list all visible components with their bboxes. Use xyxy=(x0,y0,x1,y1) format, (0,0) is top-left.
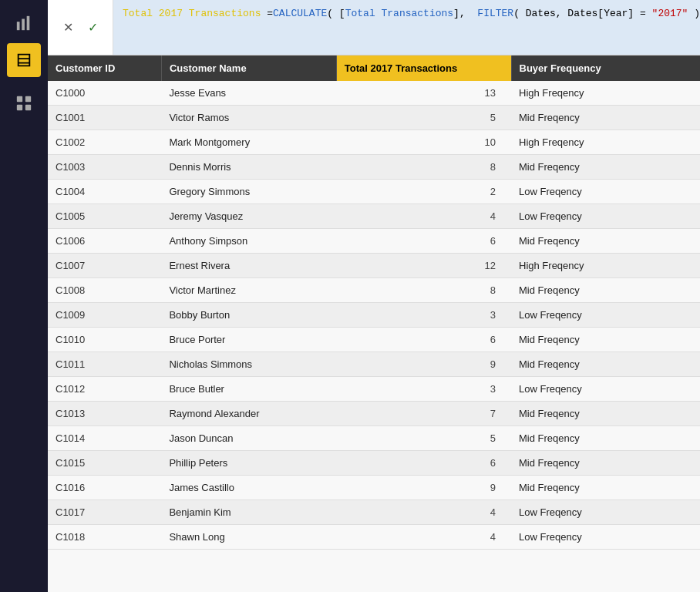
cell-buyer-frequency: Low Freqency xyxy=(511,377,700,402)
cell-customer-name: Bruce Porter xyxy=(161,328,336,352)
cell-customer-name: Dennis Morris xyxy=(161,155,336,180)
table-row: C1018Shawn Long4Low Freqency xyxy=(48,525,700,550)
table-row: C1017Benjamin Kim4Low Freqency xyxy=(48,500,700,525)
cell-buyer-frequency: High Freqency xyxy=(511,130,700,155)
cell-buyer-frequency: Low Freqency xyxy=(511,303,700,328)
cell-total-transactions: 4 xyxy=(336,204,511,229)
table-icon[interactable] xyxy=(7,43,41,77)
svg-rect-6 xyxy=(25,105,31,110)
cell-total-transactions: 6 xyxy=(336,328,511,352)
cell-customer-name: Jeremy Vasquez xyxy=(161,204,336,229)
cell-total-transactions: 3 xyxy=(336,303,511,328)
cell-customer-name: Bruce Butler xyxy=(161,377,336,402)
cell-buyer-frequency: Mid Freqency xyxy=(511,328,700,352)
bar-chart-icon[interactable] xyxy=(7,6,41,40)
cell-customer-name: James Castillo xyxy=(161,476,336,500)
cell-customer-name: Phillip Peters xyxy=(161,451,336,476)
cell-customer-id: C1005 xyxy=(48,204,161,229)
formula-paren2: ( Dates, Dates[Year] = xyxy=(513,6,651,22)
cell-total-transactions: 5 xyxy=(336,426,511,451)
cell-customer-name: Shawn Long xyxy=(161,525,336,550)
cell-customer-id: C1008 xyxy=(48,278,161,303)
cancel-button[interactable]: ✕ xyxy=(57,17,79,39)
svg-rect-1 xyxy=(22,19,25,31)
cell-customer-id: C1016 xyxy=(48,476,161,500)
cell-customer-name: Victor Ramos xyxy=(161,106,336,130)
cell-total-transactions: 3 xyxy=(336,377,511,402)
cell-total-transactions: 10 xyxy=(336,130,511,155)
cell-customer-id: C1017 xyxy=(48,500,161,525)
model-icon[interactable] xyxy=(7,86,41,120)
table-row: C1013Raymond Alexander7Mid Freqency xyxy=(48,402,700,426)
cell-customer-name: Raymond Alexander xyxy=(161,402,336,426)
table-row: C1001Victor Ramos5Mid Freqency xyxy=(48,106,700,130)
cell-total-transactions: 9 xyxy=(336,352,511,377)
formula-actions: ✕ ✓ xyxy=(48,0,113,55)
formula-equals: = xyxy=(261,6,273,22)
cell-buyer-frequency: Mid Freqency xyxy=(511,402,700,426)
cell-customer-name: Jason Duncan xyxy=(161,426,336,451)
table-row: C1009Bobby Burton3Low Freqency xyxy=(48,303,700,328)
table-row: C1000Jesse Evans13High Freqency xyxy=(48,81,700,106)
cell-customer-name: Victor Martinez xyxy=(161,278,336,303)
cell-total-transactions: 8 xyxy=(336,278,511,303)
formula-total-trans: Total Transactions xyxy=(345,6,453,22)
cell-buyer-frequency: Low Freqency xyxy=(511,525,700,550)
cell-total-transactions: 7 xyxy=(336,402,511,426)
table-header-row: Customer ID Customer Name Total 2017 Tra… xyxy=(48,56,700,81)
cell-buyer-frequency: Mid Freqency xyxy=(511,451,700,476)
table-row: C1012Bruce Butler3Low Freqency xyxy=(48,377,700,402)
formula-year-value: "2017" xyxy=(652,6,688,22)
cell-customer-name: Ernest Rivera xyxy=(161,254,336,278)
cell-buyer-frequency: High Freqency xyxy=(511,254,700,278)
confirm-button[interactable]: ✓ xyxy=(82,17,103,39)
cell-customer-id: C1000 xyxy=(48,81,161,106)
cell-total-transactions: 13 xyxy=(336,81,511,106)
col-header-customer-name: Customer Name xyxy=(161,56,336,81)
cell-customer-id: C1018 xyxy=(48,525,161,550)
cell-customer-id: C1015 xyxy=(48,451,161,476)
table-row: C1016James Castillo9Mid Freqency xyxy=(48,476,700,500)
cell-total-transactions: 2 xyxy=(336,180,511,204)
formula-bar: ✕ ✓ Total 2017 Transactions = CALCULATE(… xyxy=(48,0,700,56)
cell-buyer-frequency: Low Freqency xyxy=(511,180,700,204)
cell-total-transactions: 4 xyxy=(336,525,511,550)
formula-calculate: CALCULATE xyxy=(273,6,327,22)
cell-customer-id: C1012 xyxy=(48,377,161,402)
cell-total-transactions: 9 xyxy=(336,476,511,500)
cell-customer-id: C1010 xyxy=(48,328,161,352)
formula-close: ) ) xyxy=(688,6,700,22)
table-row: C1015Phillip Peters6Mid Freqency xyxy=(48,451,700,476)
formula-title: Total 2017 Transactions xyxy=(123,6,261,22)
table-row: C1008Victor Martinez8Mid Freqency xyxy=(48,278,700,303)
col-header-buyer-frequency: Buyer Frequency xyxy=(511,56,700,81)
cell-customer-name: Gregory Simmons xyxy=(161,180,336,204)
formula-editor[interactable]: Total 2017 Transactions = CALCULATE( [To… xyxy=(113,0,700,55)
cell-buyer-frequency: Low Freqency xyxy=(511,204,700,229)
cell-customer-id: C1006 xyxy=(48,229,161,254)
cell-customer-id: C1003 xyxy=(48,155,161,180)
table-row: C1014Jason Duncan5Mid Freqency xyxy=(48,426,700,451)
cell-customer-id: C1014 xyxy=(48,426,161,451)
table-row: C1010Bruce Porter6Mid Freqency xyxy=(48,328,700,352)
svg-rect-3 xyxy=(17,96,22,102)
formula-paren1: ( [ xyxy=(327,6,345,22)
main-content: ✕ ✓ Total 2017 Transactions = CALCULATE(… xyxy=(48,0,700,592)
cell-total-transactions: 6 xyxy=(336,229,511,254)
svg-rect-0 xyxy=(17,22,20,30)
formula-bracket1: ], xyxy=(453,6,477,36)
cell-customer-name: Nicholas Simmons xyxy=(161,352,336,377)
cell-customer-id: C1004 xyxy=(48,180,161,204)
cell-customer-name: Mark Montgomery xyxy=(161,130,336,155)
cell-buyer-frequency: Mid Freqency xyxy=(511,352,700,377)
cell-total-transactions: 8 xyxy=(336,155,511,180)
table-row: C1003Dennis Morris8Mid Freqency xyxy=(48,155,700,180)
table-body: C1000Jesse Evans13High FreqencyC1001Vict… xyxy=(48,81,700,550)
sidebar xyxy=(0,0,48,592)
table-row: C1005Jeremy Vasquez4Low Freqency xyxy=(48,204,700,229)
cell-total-transactions: 4 xyxy=(336,500,511,525)
data-table: Customer ID Customer Name Total 2017 Tra… xyxy=(48,56,700,550)
table-row: C1002Mark Montgomery10High Freqency xyxy=(48,130,700,155)
cell-customer-name: Anthony Simpson xyxy=(161,229,336,254)
data-table-container: Customer ID Customer Name Total 2017 Tra… xyxy=(48,56,700,592)
